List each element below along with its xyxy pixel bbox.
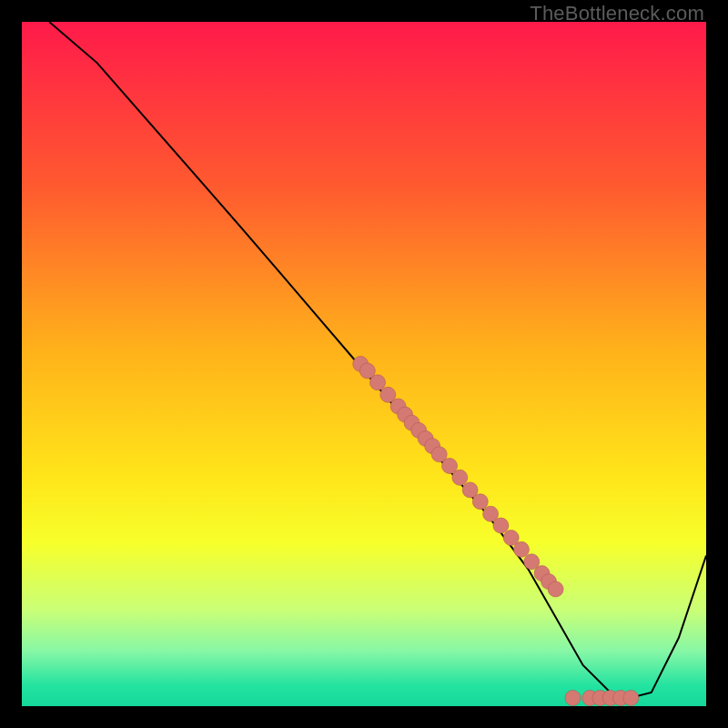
marker-point	[514, 541, 530, 557]
plot-area	[22, 22, 706, 706]
marker-point	[452, 470, 468, 485]
plot-svg	[22, 22, 706, 706]
marker-point	[493, 518, 509, 533]
marker-point	[548, 581, 563, 597]
marker-point	[370, 375, 386, 390]
marker-point	[623, 691, 639, 706]
marker-point	[565, 691, 581, 706]
marker-point	[472, 494, 488, 510]
chart-stage: TheBottleneck.com	[0, 0, 728, 728]
